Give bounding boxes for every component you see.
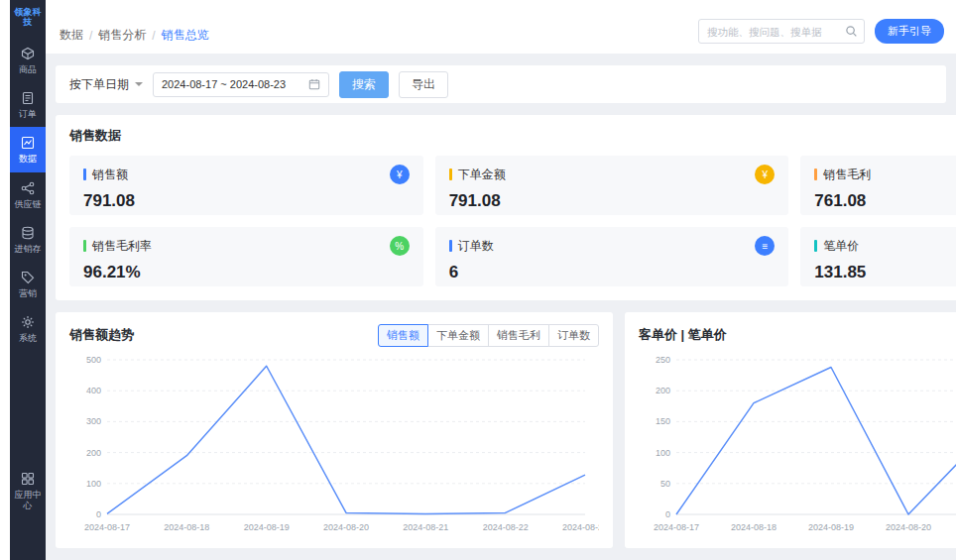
svg-text:2024-08-17: 2024-08-17	[84, 522, 130, 532]
sidebar-item-label: 数据	[17, 154, 39, 165]
svg-text:2024-08-20: 2024-08-20	[323, 522, 369, 532]
svg-text:2024-08-18: 2024-08-18	[164, 522, 209, 532]
sidebar-item-label: 应用中心	[10, 490, 46, 512]
data-chart-icon	[20, 135, 36, 151]
tab-order-count[interactable]: 订单数	[548, 324, 599, 347]
breadcrumb-item-sales-overview: 销售总览	[162, 27, 209, 44]
svg-text:300: 300	[86, 416, 101, 426]
sidebar-item-inventory[interactable]: 进销存	[10, 217, 46, 262]
search-button[interactable]: 搜索	[339, 71, 389, 98]
stat-card-sales-amount: 销售额 ¥ 791.08	[69, 156, 423, 215]
brand-logo: 领象科技	[10, 0, 46, 38]
sidebar-item-app-center[interactable]: 应用中心	[10, 463, 46, 519]
sales-trend-line-chart: 01002003004005002024-08-172024-08-182024…	[69, 352, 599, 536]
sidebar-item-supply-chain[interactable]: 供应链	[10, 172, 46, 217]
marketing-tag-icon	[20, 270, 36, 285]
guide-button[interactable]: 新手引导	[875, 19, 944, 44]
stat-label: 销售毛利率	[92, 238, 152, 255]
topbar: 数据 / 销售分析 / 销售总览 新手引导	[46, 0, 956, 54]
stat-card-gross-margin-rate: 销售毛利率 % 96.21%	[69, 227, 423, 286]
chevron-down-icon	[135, 82, 143, 90]
sidebar-item-label: 系统	[17, 333, 39, 344]
sidebar-item-label: 商品	[17, 64, 39, 75]
unit-price-line-chart: 0501001502002502024-08-172024-08-182024-…	[639, 352, 956, 536]
sidebar-item-label: 订单	[17, 109, 39, 120]
stat-value: 6	[449, 263, 776, 282]
stat-card-gross-profit: 销售毛利 ¥ 761.08	[800, 156, 956, 215]
search-icon[interactable]	[845, 25, 858, 38]
buyer-circle-icon: ¥	[755, 165, 775, 184]
sidebar-item-label: 营销	[17, 288, 39, 299]
stat-accent-bar	[83, 168, 86, 180]
sidebar-item-system[interactable]: 系统	[10, 306, 46, 351]
stat-accent-bar	[83, 240, 86, 252]
stat-value: 131.85	[814, 263, 956, 282]
svg-text:0: 0	[665, 509, 670, 519]
stat-accent-bar	[814, 168, 817, 180]
stat-value: 791.08	[449, 191, 776, 211]
svg-text:0: 0	[96, 509, 101, 519]
date-range-input[interactable]: 2024-08-17 ~ 2024-08-23	[153, 72, 329, 97]
sales-data-card: 销售数据 销售额 ¥ 791.08 下单金额	[56, 115, 956, 300]
stat-label: 下单金额	[458, 167, 506, 183]
calendar-icon	[308, 78, 320, 90]
svg-text:500: 500	[86, 355, 101, 365]
sidebar-item-products[interactable]: 商品	[10, 38, 46, 82]
svg-text:2024-08-20: 2024-08-20	[886, 522, 931, 532]
topbar-right: 新手引导	[698, 19, 944, 44]
svg-text:2024-08-23: 2024-08-23	[562, 522, 599, 532]
tab-sales-amount[interactable]: 销售额	[378, 324, 428, 347]
app-center-grid-icon	[20, 471, 36, 487]
stat-card-order-amount: 下单金额 ¥ 791.08	[435, 156, 789, 215]
svg-text:50: 50	[660, 479, 670, 489]
search-input[interactable]	[707, 26, 845, 38]
sidebar: 领象科技 商品 订单 数据	[10, 0, 46, 560]
breadcrumb-separator: /	[89, 29, 92, 43]
sidebar-item-marketing[interactable]: 营销	[10, 262, 46, 306]
left-gutter	[0, 0, 10, 560]
date-type-label: 按下单日期	[69, 76, 129, 93]
stat-label: 订单数	[458, 238, 494, 255]
svg-text:250: 250	[656, 355, 670, 365]
sidebar-item-data[interactable]: 数据	[10, 127, 46, 171]
breadcrumb-separator: /	[152, 29, 155, 43]
svg-text:150: 150	[656, 416, 670, 426]
date-range-value: 2024-08-17 ~ 2024-08-23	[162, 78, 286, 90]
svg-text:200: 200	[86, 448, 101, 458]
order-count-circle-icon: ≡	[755, 236, 775, 256]
charts-row: 销售额趋势 销售额 下单金额 销售毛利 订单数 0100200300400500…	[56, 312, 956, 548]
stat-card-order-count: 订单数 ≡ 6	[435, 227, 789, 286]
svg-text:2024-08-18: 2024-08-18	[731, 522, 777, 532]
system-gear-icon	[20, 314, 36, 330]
breadcrumb-item-sales-analysis[interactable]: 销售分析	[98, 27, 146, 44]
svg-text:100: 100	[656, 448, 670, 458]
stat-accent-bar	[449, 168, 452, 180]
sidebar-item-orders[interactable]: 订单	[10, 82, 46, 127]
product-box-icon	[20, 46, 36, 61]
export-button[interactable]: 导出	[399, 71, 448, 98]
sidebar-item-label: 进销存	[13, 244, 44, 255]
tab-order-amount[interactable]: 下单金额	[427, 324, 489, 347]
breadcrumb-item-data[interactable]: 数据	[60, 27, 83, 44]
sales-data-title: 销售数据	[69, 127, 956, 145]
margin-rate-circle-icon: %	[390, 236, 410, 256]
svg-text:200: 200	[656, 386, 670, 395]
inventory-icon	[20, 225, 36, 241]
svg-text:2024-08-19: 2024-08-19	[244, 522, 290, 532]
svg-text:2024-08-17: 2024-08-17	[654, 522, 699, 532]
global-search-box[interactable]	[698, 19, 865, 44]
unit-price-title: 客单价 | 笔单价	[639, 326, 727, 344]
stat-value: 761.08	[814, 191, 956, 211]
tab-gross-profit[interactable]: 销售毛利	[488, 324, 549, 347]
date-type-select[interactable]: 按下单日期	[69, 76, 143, 93]
svg-text:2024-08-19: 2024-08-19	[808, 522, 854, 532]
order-doc-icon	[20, 90, 36, 106]
sidebar-nav: 商品 订单 数据 供应链	[10, 38, 46, 560]
svg-text:100: 100	[86, 479, 101, 489]
content: 按下单日期 2024-08-17 ~ 2024-08-23 搜索 导出 销售数据	[46, 54, 956, 560]
stat-card-unit-price: 笔单价 ¥ 131.85	[800, 227, 956, 286]
stat-label: 销售额	[92, 167, 128, 183]
yuan-circle-icon: ¥	[390, 165, 410, 184]
stat-accent-bar	[814, 240, 817, 252]
svg-text:2024-08-22: 2024-08-22	[483, 522, 529, 532]
